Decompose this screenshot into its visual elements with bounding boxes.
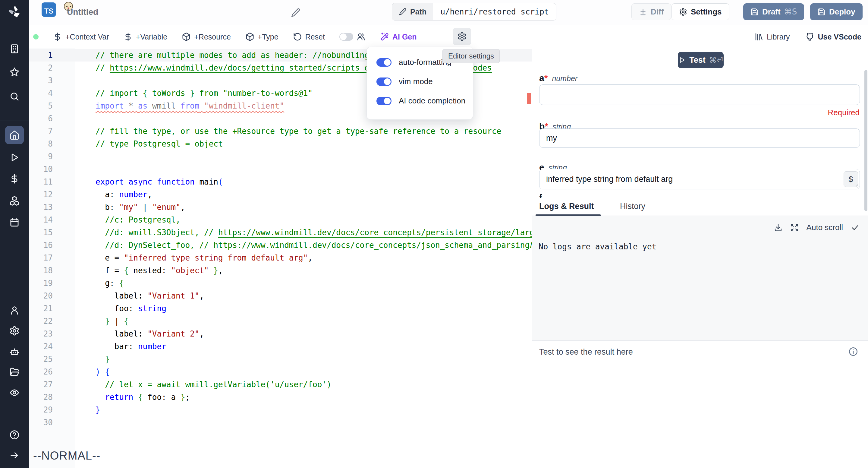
code-line[interactable]: 15 //d: wmill.S3Object, // https://www.w… [29,226,532,239]
code-line[interactable]: 11export async function main( [29,175,532,188]
editor-toolbar: +Context Var +Variable +Resource +Type R… [29,25,868,48]
vim-mode-toggle[interactable] [376,78,392,86]
sidebar-item-folders[interactable] [9,367,20,377]
sidebar-item-workers[interactable] [9,347,20,357]
add-context-var-button[interactable]: +Context Var [53,32,109,41]
code-line[interactable]: 12 a: number, [29,188,532,201]
play-icon [678,56,686,64]
sidebar-item-search[interactable] [9,91,20,101]
sidebar-item-variables[interactable] [9,174,20,184]
sidebar-item-users[interactable] [9,305,20,315]
sidebar-item-runs[interactable] [9,152,20,163]
sidebar-item-schedules[interactable] [9,217,20,227]
sidebar-item-workspace[interactable] [9,44,20,54]
settings-button[interactable]: Settings [672,3,730,20]
error-overview-marker [527,93,531,104]
package-icon [245,32,254,41]
library-button[interactable]: Library [754,32,789,41]
code-line[interactable]: 17 e = "inferred type string from defaul… [29,252,532,264]
add-variable-button[interactable]: +Variable [124,32,167,41]
reset-button[interactable]: Reset [293,32,325,41]
auto-formatting-row: auto-formatting [376,58,452,67]
folder-icon [9,367,20,377]
download-logs-icon[interactable] [774,224,782,232]
ai-gen-button[interactable]: AI Gen [380,32,417,41]
tab-history[interactable]: History [620,202,645,211]
code-line[interactable]: 29} [29,404,532,416]
add-resource-button[interactable]: +Resource [182,32,231,41]
deploy-button[interactable]: Deploy [810,3,863,20]
save-draft-button[interactable]: Draft ⌘S [743,3,804,20]
field-a-input[interactable] [539,84,860,105]
code-line[interactable]: 7// fill the type, or use the +Resource … [29,125,532,138]
windmill-logo-icon[interactable] [7,4,22,19]
tab-logs-result[interactable]: Logs & Result [539,202,594,211]
path-editor[interactable]: Path u/henri/restored_script [392,3,556,21]
code-line[interactable]: 8// type Postgresql = object [29,138,532,150]
expand-logs-icon[interactable] [790,224,799,232]
code-line[interactable]: 24 bar: number [29,340,532,353]
sidebar-divider [0,121,29,121]
code-line[interactable]: 13 b: "my" | "enum", [29,201,532,213]
code-line[interactable]: 20 label: "Variant 1", [29,290,532,302]
sidebar-collapse-button[interactable] [9,450,20,461]
robot-icon [9,347,20,357]
script-title[interactable]: Untitled [67,7,98,17]
field-e-input[interactable] [539,169,860,189]
code-line[interactable]: 21 foo: string [29,302,532,315]
play-icon [9,152,20,163]
collab-toggle[interactable] [339,32,366,41]
field-a-required-message: Required [828,108,860,117]
top-bar: TS Untitled Path u/henri/restored_script… [29,0,868,25]
save-icon [750,8,758,16]
library-icon [754,32,764,41]
code-line[interactable]: 28 return { foo: a }; [29,391,532,404]
code-line[interactable]: 16 //d: DynSelect_foo, // https://www.wi… [29,239,532,252]
code-line[interactable]: 18 f = { nested: "object" }, [29,264,532,277]
input-resize-handle[interactable] [855,183,859,187]
eye-icon [9,387,20,398]
code-line[interactable]: 23 label: "Variant 2", [29,327,532,340]
code-line[interactable]: 14 //c: Postgresql, [29,213,532,226]
reset-icon [293,32,302,41]
add-type-button[interactable]: +Type [245,32,278,41]
sidebar-item-help[interactable] [9,430,20,440]
pencil-icon [399,8,407,16]
sidebar-item-home[interactable] [9,130,20,140]
code-line[interactable]: 9 [29,150,532,163]
code-line[interactable]: 10 [29,163,532,175]
code-line[interactable]: 30 [29,416,532,429]
path-value[interactable]: u/henri/restored_script [433,3,556,20]
auto-formatting-toggle[interactable] [376,58,392,67]
ai-code-completion-toggle[interactable] [376,97,392,105]
search-icon [9,91,20,101]
sidebar-item-resources[interactable] [9,196,20,206]
editor-settings-button[interactable] [453,28,471,45]
arrow-right-icon [9,450,20,461]
code-line[interactable]: 27 // let x = await wmill.getVariable('u… [29,378,532,391]
info-icon[interactable] [848,347,858,356]
code-line[interactable]: 22 } | { [29,315,532,327]
diff-button[interactable]: Diff [631,3,671,20]
sidebar-item-favorites[interactable] [9,67,20,77]
use-vscode-button[interactable]: Use VScode [805,32,861,41]
collab-toggle-switch[interactable] [339,33,353,41]
code-line[interactable]: 25 } [29,353,532,365]
vim-status-bar: --NORMAL-- [33,449,100,462]
save-icon [817,8,826,16]
test-shortcut: ⌘⏎ [709,56,723,64]
code-line[interactable]: 26) { [29,365,532,378]
test-button[interactable]: Test ⌘⏎ [678,52,724,68]
result-placeholder: Test to see the result here [539,347,633,357]
panel-scrollbar-thumb[interactable] [864,70,867,211]
status-dot [33,34,38,39]
code-line[interactable]: 19 g: { [29,277,532,290]
gear-icon [679,8,687,16]
edit-summary-pencil-icon[interactable] [291,8,301,18]
sidebar-item-settings[interactable] [9,326,20,336]
logs-area: Auto scroll No logs are available yet [532,216,868,341]
field-b-input[interactable] [539,128,860,148]
sidebar-item-audit-logs[interactable] [9,387,20,398]
star-icon [9,67,20,77]
auto-scroll-checkbox[interactable] [851,224,859,232]
